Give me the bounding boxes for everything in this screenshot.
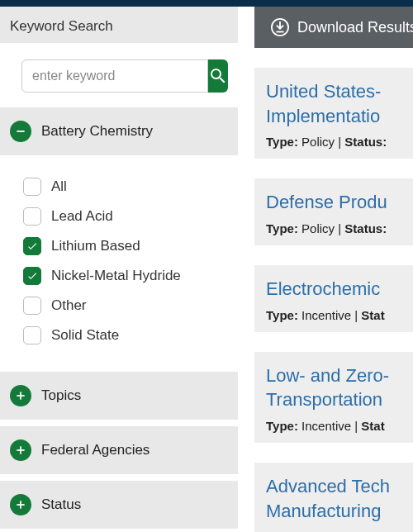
result-title[interactable]: Advanced Tech Manufacturing [266,474,413,523]
facet-label: Topics [41,387,81,404]
plus-icon [10,385,31,406]
checkbox-nickel-metal-hydride[interactable]: Nickel-Metal Hydride [23,261,228,291]
search-input[interactable] [21,59,208,93]
minus-icon [10,121,31,142]
facet-label: Battery Chemistry [41,123,153,140]
result-meta: Type: Policy | Status: [266,221,413,235]
facet-label: Federal Agencies [41,442,150,458]
result-title[interactable]: Defense Produ [266,190,413,215]
checkbox-label: Lithium Based [51,238,140,254]
layout: Keyword Search Battery Chemistry All Lea… [0,0,413,532]
facet-federal-agencies[interactable]: Federal Agencies [0,426,238,474]
battery-chemistry-options: All Lead Acid Lithium Based Nickel-Metal… [0,157,238,365]
facet-topics[interactable]: Topics [0,372,238,420]
result-meta: Type: Incentive | Stat [266,308,413,322]
svg-rect-0 [17,131,24,132]
result-title[interactable]: Low- and Zero- Transportation [266,363,413,412]
result-meta: Type: Policy | Status: [266,135,413,149]
result-card: United States- Implementatio Type: Polic… [254,68,413,159]
main-content: Download Results United States- Implemen… [238,7,413,532]
checkbox-label: Solid State [51,327,119,344]
checkbox-box [23,297,41,315]
search-button[interactable] [208,59,228,93]
result-card: Defense Produ Type: Policy | Status: [254,178,413,245]
result-card: Advanced Tech Manufacturing [254,463,413,532]
checkbox-box [23,267,41,285]
download-results-button[interactable]: Download Results [254,7,413,48]
result-card: Electrochemic Type: Incentive | Stat [254,265,413,332]
facet-label: Status [41,496,81,513]
checkbox-lithium-based[interactable]: Lithium Based [23,231,228,261]
svg-rect-2 [17,395,24,397]
top-bar [0,0,413,7]
result-meta: Type: Incentive | Stat [266,419,413,433]
checkbox-box [23,207,41,226]
checkbox-label: All [51,178,67,195]
checkbox-box [23,326,41,344]
search-icon [208,66,228,86]
checkbox-all[interactable]: All [23,172,228,202]
facet-status[interactable]: Status [0,481,238,529]
svg-rect-4 [17,449,24,451]
checkbox-lead-acid[interactable]: Lead Acid [23,202,228,231]
search-row [0,43,238,107]
checkbox-label: Nickel-Metal Hydride [51,268,181,284]
download-icon [271,18,289,36]
checkbox-box [23,237,41,255]
checkbox-solid-state[interactable]: Solid State [23,321,228,350]
download-label: Download Results [297,19,413,36]
sidebar: Keyword Search Battery Chemistry All Lea… [0,7,238,532]
keyword-search-header: Keyword Search [0,7,238,43]
checkbox-label: Other [51,297,87,314]
checkbox-box [23,178,41,196]
checkbox-other[interactable]: Other [23,291,228,321]
plus-icon [10,439,31,461]
plus-icon [10,494,31,515]
facet-battery-chemistry[interactable]: Battery Chemistry [0,107,238,155]
result-title[interactable]: Electrochemic [266,277,413,302]
checkbox-label: Lead Acid [51,208,113,225]
result-card: Low- and Zero- Transportation Type: Ince… [254,352,413,443]
result-title[interactable]: United States- Implementatio [266,79,413,128]
svg-rect-6 [17,504,24,506]
